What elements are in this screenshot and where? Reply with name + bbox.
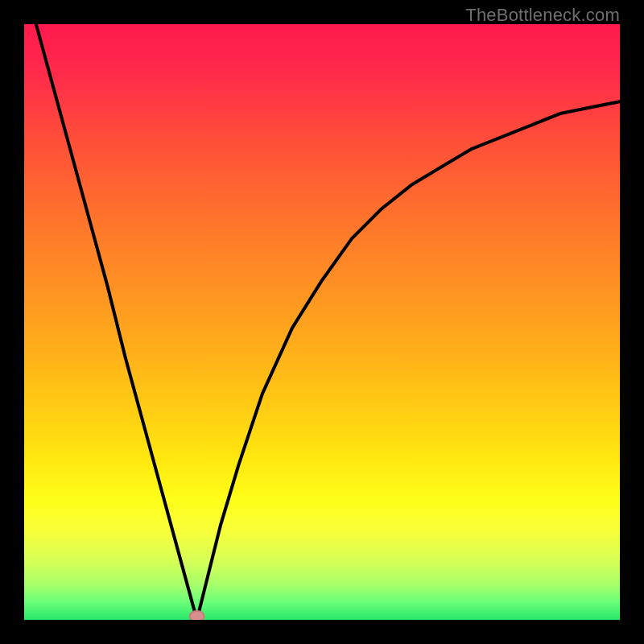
watermark-text: TheBottleneck.com bbox=[465, 5, 620, 26]
minimum-marker-dot bbox=[190, 611, 204, 620]
bottleneck-curve bbox=[36, 24, 620, 620]
plot-area bbox=[24, 24, 620, 620]
chart-frame: TheBottleneck.com bbox=[0, 0, 644, 644]
curve-layer bbox=[24, 24, 620, 620]
